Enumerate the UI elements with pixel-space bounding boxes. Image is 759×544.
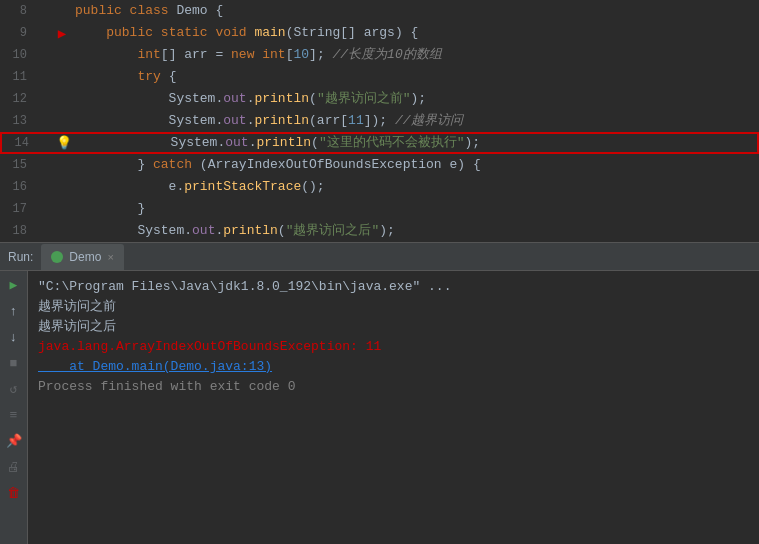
code-line-17: 17 } bbox=[0, 198, 759, 220]
output-line: 越界访问之后 bbox=[38, 317, 749, 337]
scroll-up-button[interactable]: ↑ bbox=[4, 301, 24, 321]
tab-close-button[interactable]: × bbox=[107, 251, 113, 263]
stop-button[interactable]: ■ bbox=[4, 353, 24, 373]
code-line-16: 16 e.printStackTrace(); bbox=[0, 176, 759, 198]
run-label: Run: bbox=[8, 250, 33, 264]
run-output: "C:\Program Files\Java\jdk1.8.0_192\bin\… bbox=[28, 271, 759, 544]
code-line-15: 15 } catch (ArrayIndexOutOfBoundsExcepti… bbox=[0, 154, 759, 176]
run-content: ▶ ↑ ↓ ■ ↺ ≡ 📌 🖨 🗑 "C:\Program Files\Java… bbox=[0, 271, 759, 544]
output-line[interactable]: at Demo.main(Demo.java:13) bbox=[38, 357, 749, 377]
code-line-18: 18 System.out.println("越界访问之后"); bbox=[0, 220, 759, 242]
run-panel: Run: Demo × ▶ ↑ ↓ ■ ↺ ≡ 📌 🖨 🗑 "C:\Progra… bbox=[0, 242, 759, 544]
code-content: } bbox=[71, 198, 759, 220]
line-number: 12 bbox=[0, 92, 35, 106]
code-content: try { bbox=[71, 66, 759, 88]
code-content: System.out.println("越界访问之前"); bbox=[71, 88, 759, 110]
run-toolbar: ▶ ↑ ↓ ■ ↺ ≡ 📌 🖨 🗑 bbox=[0, 271, 28, 544]
output-line: java.lang.ArrayIndexOutOfBoundsException… bbox=[38, 337, 749, 357]
code-line-9: 9▶ public static void main(String[] args… bbox=[0, 22, 759, 44]
line-number: 15 bbox=[0, 158, 35, 172]
clear-button[interactable]: 🗑 bbox=[4, 483, 24, 503]
code-line-11: 11 try { bbox=[0, 66, 759, 88]
tab-icon bbox=[51, 251, 63, 263]
line-number: 8 bbox=[0, 4, 35, 18]
line-number: 18 bbox=[0, 224, 35, 238]
output-line: Process finished with exit code 0 bbox=[38, 377, 749, 397]
tab-name: Demo bbox=[69, 250, 101, 264]
code-content: public class Demo { bbox=[71, 0, 759, 22]
line-number: 14 bbox=[2, 136, 37, 150]
output-line: "C:\Program Files\Java\jdk1.8.0_192\bin\… bbox=[38, 277, 749, 297]
scroll-down-button[interactable]: ↓ bbox=[4, 327, 24, 347]
code-content: public static void main(String[] args) { bbox=[71, 22, 759, 44]
editor-panel: 8public class Demo {9▶ public static voi… bbox=[0, 0, 759, 242]
line-number: 17 bbox=[0, 202, 35, 216]
rerun-button[interactable]: ↺ bbox=[4, 379, 24, 399]
debug-indicator: ▶ bbox=[53, 25, 71, 42]
print-button[interactable]: 🖨 bbox=[4, 457, 24, 477]
code-content: System.out.println("这里的代码不会被执行"); bbox=[73, 132, 757, 154]
code-content: } catch (ArrayIndexOutOfBoundsException … bbox=[71, 154, 759, 176]
line-number: 9 bbox=[0, 26, 35, 40]
settings-button[interactable]: ≡ bbox=[4, 405, 24, 425]
run-button[interactable]: ▶ bbox=[4, 275, 24, 295]
code-line-12: 12 System.out.println("越界访问之前"); bbox=[0, 88, 759, 110]
code-content: e.printStackTrace(); bbox=[71, 176, 759, 198]
pin-button[interactable]: 📌 bbox=[4, 431, 24, 451]
line-number: 16 bbox=[0, 180, 35, 194]
code-line-13: 13 System.out.println(arr[11]); //越界访问 bbox=[0, 110, 759, 132]
code-content: int[] arr = new int[10]; //长度为10的数组 bbox=[71, 44, 759, 66]
line-number: 10 bbox=[0, 48, 35, 62]
code-line-8: 8public class Demo { bbox=[0, 0, 759, 22]
output-line: 越界访问之前 bbox=[38, 297, 749, 317]
code-line-14: 14💡 System.out.println("这里的代码不会被执行"); bbox=[0, 132, 759, 154]
run-tab-bar: Run: Demo × bbox=[0, 243, 759, 271]
code-line-10: 10 int[] arr = new int[10]; //长度为10的数组 bbox=[0, 44, 759, 66]
code-content: System.out.println("越界访问之后"); bbox=[71, 220, 759, 242]
code-content: System.out.println(arr[11]); //越界访问 bbox=[71, 110, 759, 132]
run-tab[interactable]: Demo × bbox=[41, 244, 123, 270]
debug-indicator: 💡 bbox=[55, 135, 73, 151]
line-number: 13 bbox=[0, 114, 35, 128]
line-number: 11 bbox=[0, 70, 35, 84]
